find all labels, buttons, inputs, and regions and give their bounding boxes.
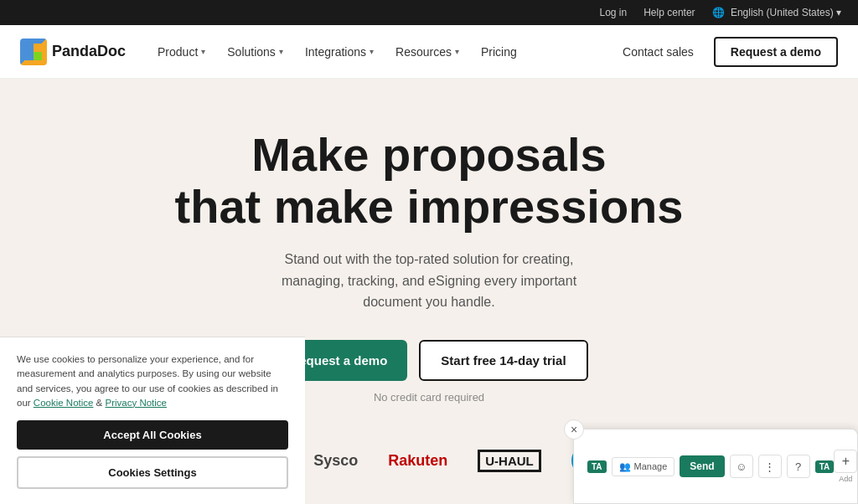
nav-right: Contact sales Request a demo — [612, 37, 838, 67]
chat-add-label: Add — [839, 475, 852, 483]
chat-actions: TA 👥 Manage Send ☺ ⋮ ? TA — [587, 455, 834, 478]
chevron-down-icon: ▾ — [201, 47, 205, 56]
logo[interactable]: PandaDoc — [20, 39, 126, 65]
people-icon: 👥 — [619, 461, 631, 472]
free-trial-button[interactable]: Start free 14-day trial — [419, 340, 587, 381]
chat-more-button[interactable]: ⋮ — [758, 455, 782, 478]
sysco-logo: Sysco — [313, 452, 358, 470]
chat-manage-button[interactable]: 👥 Manage — [612, 457, 675, 476]
chat-help-button[interactable]: ? — [787, 455, 810, 478]
uhaul-logo: U-HAUL — [478, 450, 541, 472]
nav-product[interactable]: Product ▾ — [149, 40, 214, 64]
chevron-down-icon: ▾ — [279, 47, 283, 56]
list-item: Sysco — [313, 452, 358, 470]
chevron-down-icon: ▾ — [836, 7, 841, 18]
cookie-notice-link[interactable]: Cookie Notice — [34, 398, 94, 408]
nav-links: Product ▾ Solutions ▾ Integrations ▾ Res… — [149, 40, 612, 64]
nav-integrations[interactable]: Integrations ▾ — [297, 40, 382, 64]
globe-icon: 🌐 — [712, 7, 725, 18]
help-center-link[interactable]: Help center — [644, 7, 695, 18]
svg-rect-1 — [34, 44, 42, 52]
request-demo-nav-button[interactable]: Request a demo — [714, 37, 838, 67]
hero-subtitle: Stand out with the top-rated solution fo… — [253, 249, 605, 313]
list-item: Rakuten — [388, 452, 447, 470]
logo-text: PandaDoc — [52, 43, 126, 60]
cookie-text: We use cookies to personalize your exper… — [17, 352, 288, 410]
cookie-buttons: Accept All Cookies Cookies Settings — [17, 420, 288, 489]
language-selector[interactable]: 🌐 English (United States) ▾ — [712, 7, 841, 18]
chat-send-button[interactable]: Send — [680, 455, 724, 477]
nav-resources[interactable]: Resources ▾ — [387, 40, 468, 64]
nav-solutions[interactable]: Solutions ▾ — [219, 40, 292, 64]
cookie-settings-button[interactable]: Cookies Settings — [17, 456, 288, 489]
chat-add-button[interactable]: + — [834, 450, 857, 473]
chat-widget: × TA 👥 Manage Send ☺ ⋮ ? TA + Add — [573, 429, 858, 504]
cookie-banner: We use cookies to personalize your exper… — [0, 337, 305, 504]
rakuten-logo: Rakuten — [388, 452, 447, 470]
top-bar: Log in Help center 🌐 English (United Sta… — [0, 0, 858, 25]
chevron-down-icon: ▾ — [455, 47, 459, 56]
hero-title: Make proposals that make impressions — [17, 129, 841, 232]
privacy-notice-link[interactable]: Privacy Notice — [105, 398, 167, 408]
chat-add-section: + Add — [834, 450, 857, 483]
svg-rect-2 — [34, 52, 42, 60]
nav-pricing[interactable]: Pricing — [473, 40, 525, 64]
accept-cookies-button[interactable]: Accept All Cookies — [17, 420, 288, 450]
chat-agent-badge: TA — [587, 460, 607, 473]
chat-emoji-button[interactable]: ☺ — [730, 455, 753, 478]
main-nav: PandaDoc Product ▾ Solutions ▾ Integrati… — [0, 25, 858, 79]
logo-icon — [20, 39, 47, 65]
contact-sales-link[interactable]: Contact sales — [612, 39, 704, 65]
chat-agent-badge-2: TA — [815, 460, 835, 473]
chat-close-button[interactable]: × — [564, 419, 584, 440]
login-link[interactable]: Log in — [600, 7, 628, 18]
list-item: U-HAUL — [478, 450, 541, 472]
svg-rect-0 — [25, 44, 34, 60]
chevron-down-icon: ▾ — [370, 47, 374, 56]
